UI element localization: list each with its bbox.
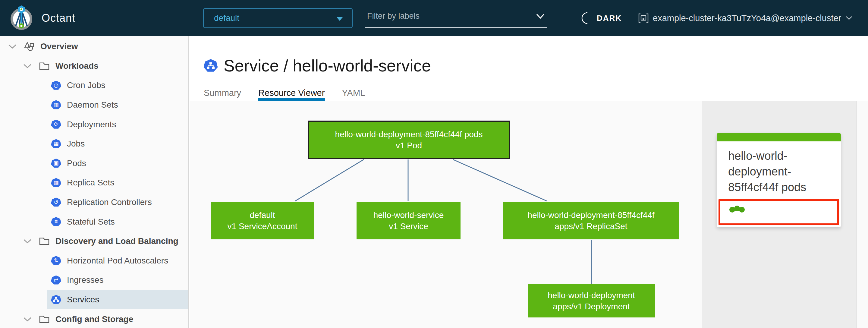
pod-status-highlight-box[interactable] [718,199,839,225]
sidebar-item-ingresses[interactable]: ⇄ Ingresses [0,270,188,290]
overview-objects-icon [24,41,35,52]
filter-chevron-down-icon[interactable] [536,13,545,19]
graph-node-serviceaccount[interactable]: default v1 ServiceAccount [211,202,314,239]
folder-icon [38,236,50,246]
daemonset-icon: ▥ [51,100,61,110]
tab-resource-viewer[interactable]: Resource Viewer [258,88,324,101]
cronjob-icon: ◷ [51,81,61,90]
sidebar-item-label: Daemon Sets [67,100,118,110]
sidebar-item-label: Replica Sets [67,178,114,187]
sidebar-item-horizontal-pod-autoscalers[interactable]: ⇅ Horizontal Pod Autoscalers [0,251,188,271]
sidebar-item-label: Replication Controllers [67,198,152,207]
pod-icon: ▣ [51,158,61,168]
node-kind: v1 Service [389,221,428,232]
sidebar-item-replica-sets[interactable]: ▩ Replica Sets [0,173,188,192]
app-header: Octant default Filter by labels DARK [0,0,868,36]
pod-status-dots [730,207,744,212]
filter-underline [365,27,547,28]
cluster-name: example-cluster-ka3TuTzYo4a@example-clus… [653,13,841,23]
card-status-bar [717,133,841,141]
service-icon [51,295,61,305]
sidebar-item-pods[interactable]: ▣ Pods [0,154,188,173]
sidebar-group-discovery-and-load-balancing[interactable]: Discovery and Load Balancing [0,232,188,251]
app-title: Octant [41,0,75,36]
sidebar-item-overview[interactable]: Overview [0,37,188,56]
hpa-icon: ⇅ [51,256,61,266]
chevron-down-icon[interactable] [23,63,32,69]
node-detail-panel: hello-world-deployment-85ff4cf44f pods [702,101,857,328]
chevron-down-icon[interactable] [23,238,32,244]
panel-scrollbar-gutter[interactable] [857,101,868,328]
sidebar-group-label: Config and Storage [56,315,133,324]
chevron-down-icon[interactable] [23,317,32,322]
navigation-sidebar: Overview Workloads ◷ Cron Jobs ▥ Daemon … [0,36,189,328]
selected-node-card: hello-world-deployment-85ff4cf44f pods [717,133,841,227]
sidebar-item-label: Ingresses [67,275,103,285]
ingress-icon: ⇄ [51,275,61,285]
node-kind: v1 ServiceAccount [227,221,298,232]
sidebar-item-label: Jobs [67,139,85,149]
sidebar-group-label: Discovery and Load Balancing [56,236,179,246]
node-name: hello-world-deployment-85ff4cf44f pods [335,129,483,140]
octant-logo-icon [8,5,34,31]
node-kind: v1 Pod [396,140,422,151]
namespace-select[interactable]: default [203,8,352,28]
cluster-icon [638,13,649,23]
graph-node-pod[interactable]: hello-world-deployment-85ff4cf44f pods v… [308,121,510,159]
node-name: hello-world-service [373,210,444,221]
folder-icon [38,61,50,71]
node-name: hello-world-deployment [548,290,635,301]
sidebar-item-daemon-sets[interactable]: ▥ Daemon Sets [0,95,188,115]
sidebar-item-services[interactable]: Services [0,290,188,309]
page-title-block: Service / hello-world-service [203,56,431,76]
label-filter-placeholder: Filter by labels [367,11,420,21]
graph-node-service[interactable]: hello-world-service v1 Service [356,202,461,239]
sidebar-item-stateful-sets[interactable]: ≡ Stateful Sets [0,212,188,232]
sidebar-item-deployments[interactable]: ⟳ Deployments [0,115,188,134]
sidebar-item-label: Cron Jobs [67,81,105,90]
dark-toggle-label: DARK [597,13,622,23]
sidebar-item-label: Deployments [67,120,116,129]
sidebar-group-workloads[interactable]: Workloads [0,56,188,76]
card-title: hello-world-deployment-85ff4cf44f pods [728,148,832,195]
tab-bar: Summary Resource Viewer YAML [204,88,365,101]
moon-icon [580,11,592,25]
replicationcontroller-icon: ↺ [51,198,61,207]
sidebar-item-replication-controllers[interactable]: ↺ Replication Controllers [0,192,188,212]
node-kind: apps/v1 Deployment [553,301,629,312]
deployment-icon: ⟳ [51,119,61,129]
sidebar-item-jobs[interactable]: ▦ Jobs [0,134,188,154]
statefulset-icon: ≡ [51,217,61,227]
tab-yaml[interactable]: YAML [342,88,365,101]
dark-theme-toggle[interactable]: DARK [580,0,622,36]
cluster-selector[interactable]: example-cluster-ka3TuTzYo4a@example-clus… [638,0,852,36]
folder-icon [38,314,50,324]
sidebar-item-label: Pods [67,158,86,168]
sidebar-item-label: Services [67,295,99,304]
node-kind: apps/v1 ReplicaSet [555,221,627,232]
job-icon: ▦ [51,139,61,149]
tab-summary[interactable]: Summary [204,88,241,101]
page-title: Service / hello-world-service [224,56,431,76]
node-name: default [250,210,275,221]
replicaset-icon: ▩ [51,178,61,188]
namespace-caret-icon [336,17,343,21]
graph-node-deployment[interactable]: hello-world-deployment apps/v1 Deploymen… [528,284,655,318]
sidebar-item-label: Horizontal Pod Autoscalers [67,256,168,266]
sidebar-item-label: Overview [40,41,78,51]
node-name: hello-world-deployment-85ff4cf44f [527,210,654,221]
pod-ok-dot-icon [734,206,740,211]
cluster-chevron-down-icon [845,16,852,21]
sidebar-item-label: Stateful Sets [67,217,115,227]
namespace-select-value: default [214,13,239,23]
sidebar-group-label: Workloads [56,61,98,71]
sidebar-group-config-and-storage[interactable]: Config and Storage [0,309,188,328]
graph-node-replicaset[interactable]: hello-world-deployment-85ff4cf44f apps/v… [503,202,679,239]
chevron-down-icon[interactable] [8,44,17,49]
octant-app-window: Octant default Filter by labels DARK [0,0,868,328]
label-filter-input[interactable]: Filter by labels [365,9,547,28]
sidebar-item-cron-jobs[interactable]: ◷ Cron Jobs [0,76,188,95]
service-resource-icon [203,59,218,73]
